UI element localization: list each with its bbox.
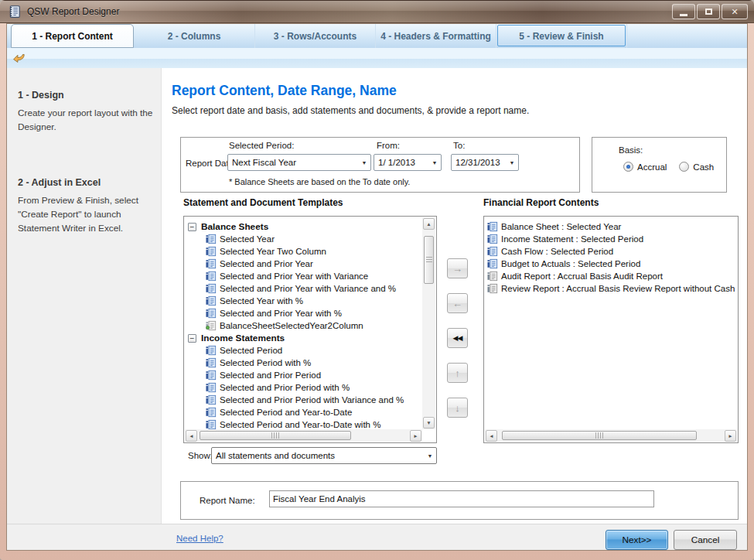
template-group-balance-sheets[interactable]: −Balance Sheets xyxy=(185,220,422,233)
scroll-right-button[interactable]: ► xyxy=(410,430,421,442)
chevron-down-icon: ▼ xyxy=(428,160,441,166)
from-date-dropdown[interactable]: 1/ 1/2013 ▼ xyxy=(374,154,442,171)
show-filter-dropdown[interactable]: All statements and documents ▼ xyxy=(211,447,437,464)
cancel-button[interactable]: Cancel xyxy=(674,530,737,550)
tab-4-headers-formatting[interactable]: 4 - Headers & Formatting xyxy=(376,24,496,48)
app-icon xyxy=(8,5,22,19)
template-item-selected-year-two-column[interactable]: Selected Year Two Column xyxy=(185,245,422,258)
sidebar: 1 - DesignCreate your report layout with… xyxy=(7,68,162,524)
move-up-button[interactable]: ↑ xyxy=(447,363,468,383)
move-all-left-button[interactable]: ◀◀ xyxy=(447,328,468,348)
report-content-item-audit-report[interactable]: Audit Report : Accrual Basis Audit Repor… xyxy=(485,270,736,282)
template-group-income-statements[interactable]: −Income Statements xyxy=(185,332,422,344)
templates-list[interactable]: −Balance SheetsSelected YearSelected Yea… xyxy=(183,216,437,443)
collapse-minus-icon[interactable]: − xyxy=(188,223,196,231)
template-item-selected-year[interactable]: Selected Year xyxy=(185,233,422,245)
horizontal-scrollbar-thumb[interactable] xyxy=(200,431,351,440)
vertical-scrollbar-thumb[interactable] xyxy=(424,236,434,284)
scroll-right-button[interactable]: ► xyxy=(725,430,736,442)
template-item-selected-period-with[interactable]: Selected Period with % xyxy=(185,357,422,369)
template-item-selected-and-prior-year-with-variance[interactable]: Selected and Prior Year with Variance xyxy=(185,270,422,282)
statement-blue-icon xyxy=(487,221,498,232)
item-label: BalanceSheetSelectedYear2Column xyxy=(220,321,363,330)
maximize-button[interactable] xyxy=(697,4,720,19)
sidebar-step-1-design: 1 - DesignCreate your report layout with… xyxy=(18,90,153,134)
move-down-button[interactable]: ↓ xyxy=(447,398,468,418)
to-date-dropdown[interactable]: 12/31/2013 ▼ xyxy=(451,154,519,171)
thumb-grip xyxy=(271,432,279,439)
template-item-selected-and-prior-year-with[interactable]: Selected and Prior Year with % xyxy=(185,307,422,319)
template-item-selected-and-prior-year-with-variance-and[interactable]: Selected and Prior Year with Variance an… xyxy=(185,282,422,295)
tab-label: 4 - Headers & Formatting xyxy=(380,31,491,42)
report-name-input[interactable] xyxy=(269,490,654,507)
template-item-selected-and-prior-year[interactable]: Selected and Prior Year xyxy=(185,258,422,270)
statement-blue-icon xyxy=(206,357,217,368)
thumb-grip xyxy=(426,257,432,264)
collapse-minus-icon[interactable]: − xyxy=(188,334,196,343)
item-label: Selected Period with % xyxy=(220,358,311,367)
toolbar-strip xyxy=(7,48,747,68)
report-content-item-balance-sheet[interactable]: Balance Sheet : Selected Year xyxy=(485,220,736,233)
chevron-down-icon: ▼ xyxy=(358,160,370,166)
statement-blue-icon xyxy=(206,283,217,294)
radio-button-icon xyxy=(679,162,689,172)
report-content-item-budget-to-actuals[interactable]: Budget to Actuals : Selected Period xyxy=(485,258,736,270)
next-button[interactable]: Next>> xyxy=(606,530,668,550)
template-item-selected-period-and-year-to-date[interactable]: Selected Period and Year-to-Date xyxy=(185,406,422,418)
templates-horizontal-scrollbar[interactable]: ◄ ► xyxy=(185,429,422,442)
window-controls: ✕ xyxy=(672,4,748,19)
tab-label: 3 - Rows/Accounts xyxy=(274,31,357,42)
tab-5-review-finish[interactable]: 5 - Review & Finish xyxy=(496,24,627,48)
radio-button-icon xyxy=(623,162,633,172)
template-item-selected-and-prior-period[interactable]: Selected and Prior Period xyxy=(185,369,422,381)
template-item-selected-and-prior-period-with-variance-and[interactable]: Selected and Prior Period with Variance … xyxy=(185,394,422,406)
item-label: Selected and Prior Period with Variance … xyxy=(220,395,404,405)
item-label: Cash Flow : Selected Period xyxy=(501,247,613,256)
tab-3-rows-accounts[interactable]: 3 - Rows/Accounts xyxy=(255,24,376,48)
horizontal-scrollbar-thumb[interactable] xyxy=(502,431,697,440)
from-date-value: 1/ 1/2013 xyxy=(374,158,428,167)
window: QSW Report Designer ✕ 1 - Report Content… xyxy=(0,0,754,560)
maximize-icon xyxy=(705,9,712,15)
sidebar-step-text: Create your report layout with the Desig… xyxy=(18,107,155,134)
basis-radio-accrual[interactable]: Accrual xyxy=(623,162,667,172)
template-item-selected-period[interactable]: Selected Period xyxy=(185,344,422,357)
statement-blue-icon xyxy=(206,382,217,393)
selected-period-dropdown[interactable]: Next Fiscal Year ▼ xyxy=(227,154,371,171)
chevron-down-icon: ▼ xyxy=(506,160,518,166)
tab-2-columns[interactable]: 2 - Columns xyxy=(134,24,255,48)
scroll-left-button[interactable]: ◄ xyxy=(486,430,497,442)
transfer-buttons: →←◀◀↑↓ xyxy=(447,258,468,418)
report-contents-list[interactable]: Balance Sheet : Selected YearIncome Stat… xyxy=(483,216,739,443)
scroll-left-icon: ◄ xyxy=(189,433,193,439)
show-label: Show: xyxy=(188,451,213,460)
scroll-left-button[interactable]: ◄ xyxy=(186,430,197,442)
minimize-button[interactable] xyxy=(672,4,695,19)
report-content-item-review-report[interactable]: Review Report : Accrual Basis Review Rep… xyxy=(485,282,736,295)
tab-label: 2 - Columns xyxy=(168,31,221,42)
template-item-balancesheetselectedyear2column[interactable]: BalanceSheetSelectedYear2Column xyxy=(185,319,422,332)
template-item-selected-year-with[interactable]: Selected Year with % xyxy=(185,295,422,307)
move-right-button[interactable]: → xyxy=(447,258,468,278)
item-label: Selected and Prior Period with % xyxy=(220,383,350,392)
report-content-item-cash-flow[interactable]: Cash Flow : Selected Period xyxy=(485,245,736,258)
item-label: Selected Year Two Column xyxy=(220,247,326,256)
item-label: Selected and Prior Year with % xyxy=(220,309,342,318)
need-help-link[interactable]: Need Help? xyxy=(176,534,223,543)
undo-arrow-icon[interactable] xyxy=(12,51,26,64)
template-item-selected-and-prior-period-with[interactable]: Selected and Prior Period with % xyxy=(185,381,422,394)
scroll-up-button[interactable]: ▲ xyxy=(423,218,435,230)
scroll-down-button[interactable]: ▼ xyxy=(423,417,435,429)
close-button[interactable]: ✕ xyxy=(722,4,748,19)
item-label: Income Statement : Selected Period xyxy=(501,234,643,244)
template-item-selected-period-and-year-to-date-with[interactable]: Selected Period and Year-to-Date with % xyxy=(185,418,422,429)
contents-horizontal-scrollbar[interactable]: ◄ ► xyxy=(485,429,737,442)
report-content-item-income-statement[interactable]: Income Statement : Selected Period xyxy=(485,233,736,245)
tab-1-report-content[interactable]: 1 - Report Content xyxy=(11,24,134,48)
templates-vertical-scrollbar[interactable]: ▲ ▼ xyxy=(422,217,435,429)
templates-panel-title: Statement and Document Templates xyxy=(183,197,343,208)
basis-radio-cash[interactable]: Cash xyxy=(679,162,714,172)
radio-label: Cash xyxy=(693,162,714,172)
to-date-value: 12/31/2013 xyxy=(452,158,506,167)
move-left-button[interactable]: ← xyxy=(447,293,468,313)
